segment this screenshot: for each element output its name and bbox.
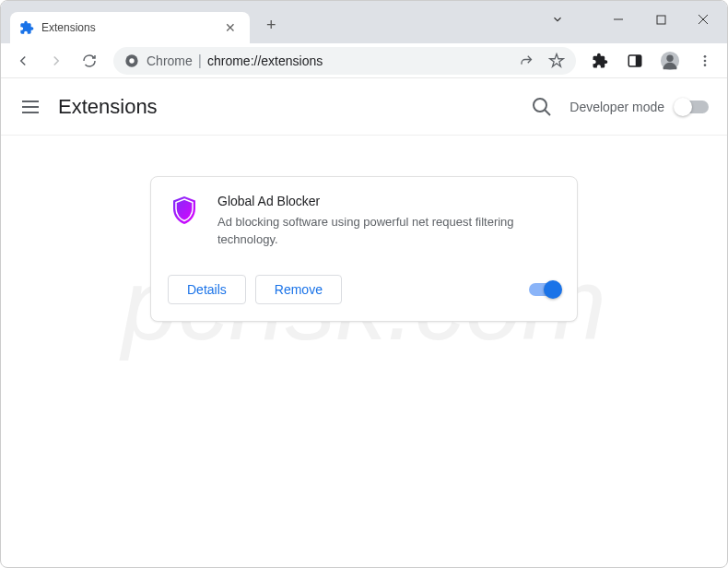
extensions-puzzle-icon[interactable] (585, 46, 615, 76)
page-title: Extensions (58, 95, 531, 119)
kebab-menu-icon[interactable] (690, 46, 720, 76)
extension-description: Ad blocking software using powerful net … (217, 214, 560, 249)
omnibox-prefix: Chrome (147, 53, 193, 68)
bookmark-star-icon[interactable] (548, 53, 565, 69)
title-bar: Extensions ✕ + (1, 1, 727, 43)
maximize-button[interactable] (640, 6, 681, 33)
svg-point-14 (534, 99, 546, 112)
address-bar[interactable]: Chrome | chrome://extensions (113, 47, 576, 75)
browser-toolbar: Chrome | chrome://extensions (1, 43, 727, 78)
details-button[interactable]: Details (168, 275, 246, 304)
svg-rect-8 (637, 55, 641, 66)
extension-shield-icon (168, 194, 201, 227)
back-button[interactable] (8, 46, 38, 76)
minimize-button[interactable] (598, 6, 639, 33)
content-area: pcrisk.com Global Ad Blocker Ad blocking… (1, 136, 727, 362)
share-icon[interactable] (519, 53, 535, 69)
svg-point-13 (704, 64, 707, 66)
profile-avatar-icon[interactable] (655, 46, 685, 76)
chrome-icon (124, 53, 139, 68)
developer-mode-label: Developer mode (569, 100, 664, 114)
sidepanel-icon[interactable] (620, 46, 650, 76)
omnibox-separator: | (198, 53, 202, 69)
extensions-header: Extensions Developer mode (1, 78, 727, 136)
extension-enable-toggle[interactable] (529, 283, 560, 296)
tab-favicon-puzzle-icon (19, 20, 34, 35)
omnibox-url: chrome://extensions (207, 53, 511, 68)
hamburger-menu-icon[interactable] (19, 96, 41, 118)
svg-rect-1 (657, 16, 665, 24)
browser-tab[interactable]: Extensions ✕ (10, 12, 250, 43)
remove-button[interactable]: Remove (255, 275, 342, 304)
developer-mode-toggle[interactable] (675, 101, 709, 113)
svg-point-5 (129, 58, 134, 63)
tab-close-button[interactable]: ✕ (220, 18, 241, 37)
svg-line-15 (545, 110, 550, 115)
search-icon[interactable] (531, 96, 553, 118)
tab-search-button[interactable] (537, 6, 578, 33)
svg-point-12 (704, 59, 707, 62)
extension-card: Global Ad Blocker Ad blocking software u… (150, 176, 578, 322)
reload-button[interactable] (75, 46, 104, 76)
window-controls (537, 6, 723, 33)
tab-title: Extensions (41, 21, 220, 34)
svg-point-10 (666, 54, 673, 61)
new-tab-button[interactable]: + (261, 14, 282, 37)
close-window-button[interactable] (683, 6, 723, 33)
extension-name: Global Ad Blocker (217, 194, 560, 208)
svg-point-11 (704, 55, 707, 58)
forward-button[interactable] (41, 46, 71, 76)
